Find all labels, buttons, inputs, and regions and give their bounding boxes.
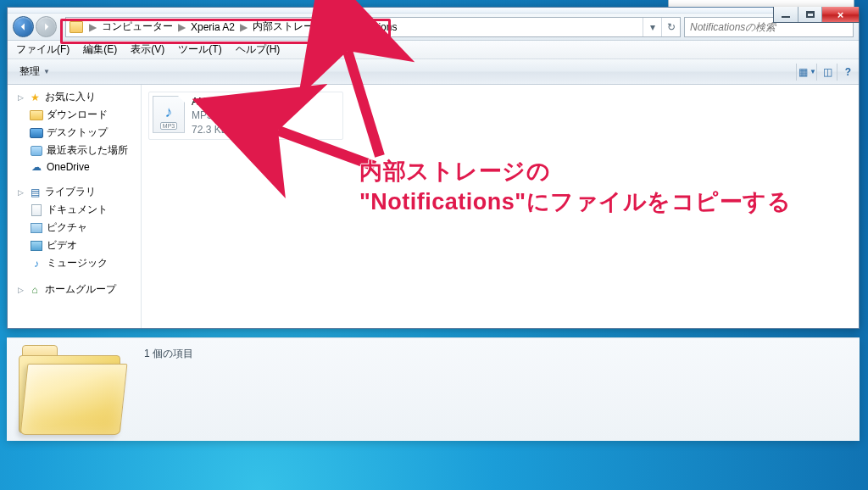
recent-icon [31, 146, 42, 156]
refresh-icon: ↻ [667, 21, 676, 33]
command-bar: 整理 ▼ ▦▼ ◫ ? [8, 59, 859, 85]
forward-button[interactable] [36, 16, 57, 37]
expand-toggle[interactable]: ▷ [16, 286, 25, 294]
help-button[interactable]: ? [837, 64, 854, 81]
minimize-button[interactable] [774, 7, 798, 22]
tree-desktop[interactable]: デスクトップ [8, 124, 141, 142]
file-kind: MP3 形式サウンド [192, 109, 276, 123]
tree-pictures[interactable]: ピクチャ [8, 219, 141, 237]
tree-label: お気に入り [45, 90, 96, 104]
back-button[interactable] [13, 16, 34, 37]
picture-icon [31, 223, 42, 233]
video-icon [31, 241, 42, 251]
chevron-down-icon: ▼ [43, 68, 50, 75]
tree-recent[interactable]: 最近表示した場所 [8, 142, 141, 159]
window-controls: × [773, 7, 860, 23]
tree-downloads[interactable]: ダウンロード [8, 106, 141, 124]
music-icon: ♪ [30, 258, 43, 270]
breadcrumb-sep: ▶ [86, 21, 99, 33]
desktop-icon [30, 128, 43, 138]
menu-tools[interactable]: ツール(T) [173, 41, 226, 58]
folder-large-icon [17, 345, 127, 437]
titlebar[interactable]: × [8, 8, 859, 14]
file-meta: ANA_BELL.mp3 MP3 形式サウンド 72.3 KB [192, 96, 276, 136]
tree-label: ピクチャ [47, 220, 87, 235]
preview-pane-icon: ◫ [823, 66, 832, 78]
folder-icon [70, 21, 83, 33]
menu-bar: ファイル(F) 編集(E) 表示(V) ツール(T) ヘルプ(H) [8, 41, 859, 59]
chevron-down-icon: ▾ [650, 21, 655, 33]
tree-videos[interactable]: ビデオ [8, 237, 141, 254]
tree-label: ミュージック [47, 256, 108, 270]
file-ext-badge: MP3 [160, 122, 177, 130]
breadcrumb-item[interactable]: コンピューター [99, 19, 175, 34]
music-note-icon: ♪ [165, 103, 173, 121]
nav-bar: ▶ コンピューター ▶ Xperia A2 ▶ 内部ストレージ ▶ Notifi… [8, 14, 859, 41]
menu-edit[interactable]: 編集(E) [78, 41, 122, 58]
view-options-button[interactable]: ▦▼ [796, 64, 813, 81]
library-icon: ▤ [28, 187, 42, 198]
close-icon: × [837, 9, 844, 20]
organize-button[interactable]: 整理 ▼ [13, 62, 57, 81]
tree-music[interactable]: ♪ ミュージック [8, 254, 141, 272]
cloud-icon: ☁ [30, 161, 43, 173]
menu-view[interactable]: 表示(V) [125, 41, 170, 58]
breadcrumb[interactable]: ▶ コンピューター ▶ Xperia A2 ▶ 内部ストレージ ▶ Notifi… [86, 18, 399, 36]
explorer-body: ▷ ★ お気に入り ダウンロード デスクトップ 最近表示した場所 ☁ OneDr… [8, 85, 859, 328]
file-thumbnail: ♪ MP3 [153, 96, 185, 133]
tree-homegroup[interactable]: ▷ ⌂ ホームグループ [8, 281, 141, 298]
tree-documents[interactable]: ドキュメント [8, 201, 141, 219]
folder-icon [30, 110, 43, 120]
tree-label: OneDrive [47, 161, 90, 173]
maximize-icon [806, 11, 815, 18]
help-icon: ? [845, 66, 851, 78]
address-dropdown-button[interactable]: ▾ [643, 18, 661, 36]
breadcrumb-item[interactable]: Xperia A2 [188, 21, 237, 33]
file-size: 72.3 KB [192, 124, 276, 136]
file-list[interactable]: ♪ MP3 ANA_BELL.mp3 MP3 形式サウンド 72.3 KB [142, 85, 859, 328]
tree-label: 最近表示した場所 [47, 143, 128, 158]
tree-label: ビデオ [47, 238, 77, 253]
preview-pane-button[interactable]: ◫ [816, 64, 833, 81]
tree-label: ダウンロード [47, 108, 108, 122]
forward-arrow-icon [42, 22, 51, 31]
menu-help[interactable]: ヘルプ(H) [231, 41, 286, 58]
organize-label: 整理 [19, 64, 40, 79]
tree-label: デスクトップ [47, 125, 108, 140]
file-item[interactable]: ♪ MP3 ANA_BELL.mp3 MP3 形式サウンド 72.3 KB [148, 92, 343, 140]
item-count: 1 個の項目 [144, 347, 193, 361]
close-button[interactable]: × [821, 7, 859, 22]
breadcrumb-sep: ▶ [175, 21, 188, 33]
explorer-window: × ▶ コンピューター ▶ Xperia A2 ▶ 内部ストレージ ▶ Noti… [7, 7, 860, 329]
toolbar-right: ▦▼ ◫ ? [796, 64, 854, 81]
expand-toggle[interactable]: ▷ [16, 188, 25, 197]
breadcrumb-sep: ▶ [326, 21, 339, 33]
address-bar[interactable]: ▶ コンピューター ▶ Xperia A2 ▶ 内部ストレージ ▶ Notifi… [65, 17, 681, 37]
tree-onedrive[interactable]: ☁ OneDrive [8, 159, 141, 175]
tree-label: ホームグループ [45, 282, 116, 297]
star-icon: ★ [28, 92, 42, 103]
menu-file[interactable]: ファイル(F) [11, 41, 75, 58]
breadcrumb-item[interactable]: Notifications [339, 21, 399, 33]
breadcrumb-item[interactable]: 内部ストレージ [250, 19, 326, 34]
tree-favorites[interactable]: ▷ ★ お気に入り [8, 88, 141, 106]
details-pane: 1 個の項目 [7, 337, 860, 441]
breadcrumb-sep: ▶ [237, 21, 250, 33]
refresh-button[interactable]: ↻ [661, 18, 680, 36]
minimize-icon [782, 16, 790, 18]
maximize-button[interactable] [798, 7, 821, 22]
tree-label: ドキュメント [47, 203, 108, 217]
homegroup-icon: ⌂ [28, 284, 42, 296]
tree-libraries[interactable]: ▷ ▤ ライブラリ [8, 183, 141, 201]
tree-label: ライブラリ [45, 185, 96, 199]
expand-toggle[interactable]: ▷ [16, 93, 25, 102]
file-name: ANA_BELL.mp3 [192, 96, 276, 108]
chevron-down-icon: ▼ [810, 68, 816, 75]
view-icon: ▦ [798, 66, 808, 78]
back-arrow-icon [19, 22, 28, 31]
navigation-pane[interactable]: ▷ ★ お気に入り ダウンロード デスクトップ 最近表示した場所 ☁ OneDr… [8, 85, 142, 328]
document-icon [31, 204, 42, 216]
